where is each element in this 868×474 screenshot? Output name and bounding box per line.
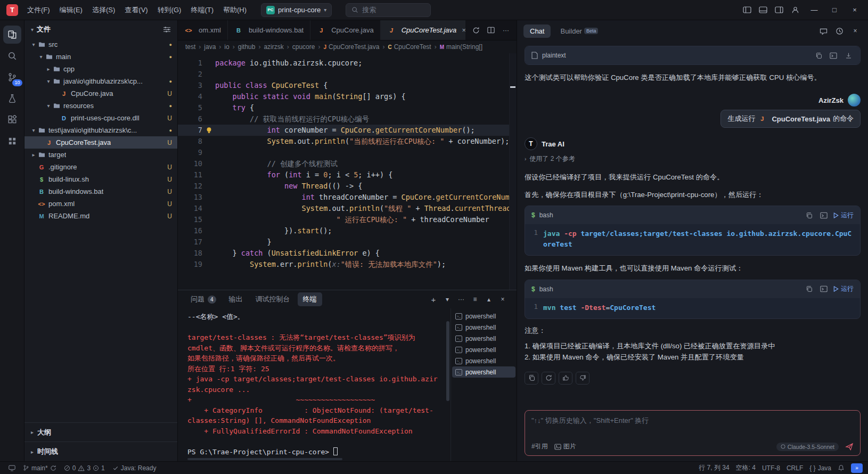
more-actions-icon[interactable]: ··· (455, 293, 468, 306)
apply-code-icon[interactable] (843, 50, 854, 61)
minimize-button[interactable]: — (805, 2, 823, 18)
code-line[interactable]: 3public class CpuCoreTest { (178, 80, 517, 91)
breadcrumb-item[interactable]: azirzsk (264, 43, 283, 51)
indentation[interactable]: 空格: 4 (733, 462, 759, 474)
encoding[interactable]: UTF-8 (759, 462, 783, 474)
tab-chat[interactable]: Chat (523, 24, 551, 38)
editor-tab[interactable]: JCpuCore.java (310, 20, 381, 40)
menu-item[interactable]: 文件(F) (22, 3, 55, 17)
code-line[interactable]: 19 System.err.println(x:"错误: 无法加载本地库文件")… (178, 259, 517, 270)
regenerate-icon[interactable] (542, 372, 555, 385)
more-actions-icon[interactable]: ··· (499, 24, 512, 37)
code-line[interactable]: 17 } (178, 236, 517, 248)
menu-item[interactable]: 终端(T) (186, 3, 218, 17)
menu-item[interactable]: 选择(S) (87, 3, 120, 17)
run-button[interactable]: 运行 (833, 284, 854, 293)
panel-tab-终端[interactable]: 终端 (298, 292, 322, 306)
toggle-panel-icon[interactable] (755, 3, 771, 17)
tree-item[interactable]: ▾java\io\github\azirzsk\cp...● (24, 75, 177, 87)
code-editor[interactable]: 1package io.github.azirzsk.cpucore;23pub… (178, 53, 517, 290)
breadcrumb-item[interactable]: github (238, 43, 256, 51)
code-line[interactable]: 9 (178, 147, 517, 158)
menu-item[interactable]: 编辑(E) (55, 3, 87, 17)
chat-history-icon[interactable] (833, 24, 846, 37)
terminal-scrollbar-horizontal[interactable] (187, 458, 342, 460)
maximize-panel-icon[interactable]: ▴ (482, 293, 495, 306)
insert-into-terminal-icon[interactable] (828, 50, 839, 61)
tree-item[interactable]: ▾src● (24, 38, 177, 51)
copy-message-icon[interactable] (525, 372, 538, 385)
terminal-line[interactable]: 所在位置 行:1 字符: 25 (187, 364, 443, 374)
close-tab-icon[interactable]: × (462, 26, 465, 34)
menu-item[interactable]: 帮助(H) (218, 3, 251, 17)
timeline-section[interactable]: ▸时间线 (24, 442, 177, 461)
terminal-session[interactable]: >_powershell (452, 366, 515, 378)
problems-status[interactable]: 0 3 1 (61, 462, 108, 474)
references-toggle[interactable]: › 使用了 2 个参考 (525, 154, 861, 164)
global-search[interactable]: 搜索 (346, 3, 431, 17)
split-editor-icon[interactable] (485, 24, 497, 37)
model-selector[interactable]: Claude-3.5-Sonnet (776, 443, 839, 451)
send-button[interactable] (845, 443, 854, 451)
code-line[interactable]: 16 }).start(); (178, 225, 517, 236)
terminal-line[interactable]: zsk.cpucore ... (187, 385, 443, 395)
code-line[interactable]: 8 System.out.println("当前线程运行在CPU核心: " + … (178, 136, 517, 147)
minimap[interactable] (509, 53, 517, 290)
code-line[interactable]: 18 } catch (UnsatisfiedLinkError e) { (178, 248, 517, 259)
close-chat-icon[interactable]: × (849, 24, 862, 37)
reference-button[interactable]: #引用 (531, 442, 548, 451)
trae-badge[interactable]: » (851, 463, 863, 473)
breadcrumb-item[interactable]: java (204, 43, 216, 51)
terminal-line[interactable]: --<名称> <值>。 (187, 312, 443, 322)
copy-icon[interactable] (804, 210, 814, 220)
terminal-line[interactable]: 如果包括路径，请确保路径正确，然后再试一次。 (187, 353, 443, 364)
code-line[interactable]: 12 new Thread(() -> { (178, 181, 517, 192)
code-line[interactable]: 14 System.out.println("线程 " + Thread.cur… (178, 203, 517, 214)
terminal-output[interactable]: --<名称> <值>。target/test-classes : 无法将“tar… (178, 308, 445, 461)
terminal-line[interactable] (187, 436, 443, 447)
search-sidebar-icon[interactable] (3, 47, 21, 65)
terminal-line[interactable]: + java -cp target/classes;target/test-cl… (187, 374, 443, 385)
breadcrumb-item[interactable]: cpucore (292, 43, 315, 51)
code-line[interactable]: 15 " 运行在CPU核心: " + threadCoreNumber (178, 214, 517, 225)
code-line[interactable]: 2 (178, 69, 517, 80)
outline-section[interactable]: ▸大纲 (24, 423, 177, 442)
code-line[interactable]: 5 try { (178, 102, 517, 113)
terminal-session[interactable]: >_powershell (452, 333, 515, 344)
code-line[interactable]: mvn test -Dtest=CpuCoreTest (543, 303, 854, 313)
menu-item[interactable]: 转到(G) (153, 3, 186, 17)
extensions-icon[interactable] (3, 111, 21, 129)
toggle-sidebar-icon[interactable] (739, 3, 755, 17)
tree-item[interactable]: ▾test\java\io\github\azirzsk\c...● (24, 124, 177, 136)
cursor-position[interactable]: 行 7, 列 34 (695, 462, 732, 474)
tree-item[interactable]: ▾main● (24, 51, 177, 63)
terminal-line[interactable]: + FullyQualifiedErrorId : CommandNotFoun… (187, 426, 443, 437)
terminal-session[interactable]: >_powershell (452, 355, 515, 366)
project-selector[interactable]: PC print-cpu-core ▾ (261, 3, 332, 17)
code-line[interactable]: 4 public static void main(String[] args)… (178, 91, 517, 102)
compare-changes-icon[interactable] (470, 24, 482, 37)
terminal-profile-dropdown-icon[interactable]: ▾ (441, 293, 454, 306)
explorer-icon[interactable] (3, 26, 21, 44)
insert-into-terminal-icon[interactable] (818, 284, 829, 295)
panel-tab-问题[interactable]: 问题4 (185, 292, 222, 306)
remote-indicator[interactable] (5, 462, 19, 474)
panel-tab-输出[interactable]: 输出 (224, 292, 248, 306)
panel-layout-icon[interactable]: ≡ (469, 293, 481, 306)
code-line[interactable]: 1package io.github.azirzsk.cpucore; (178, 58, 517, 69)
tree-item[interactable]: Bbuild-windows.batU (24, 185, 177, 198)
terminal-line[interactable]: target/test-classes : 无法将“target/test-cl… (187, 332, 443, 343)
terminal-scrollbar-vertical[interactable] (445, 308, 451, 461)
apps-grid-icon[interactable] (3, 132, 21, 150)
tree-item[interactable]: $build-linux.shU (24, 173, 177, 185)
tree-item[interactable]: G.gitignoreU (24, 161, 177, 173)
breadcrumb-item[interactable]: io (224, 43, 229, 51)
tree-item[interactable]: Dprint-uses-cpu-core.dllU (24, 112, 177, 124)
terminal-line[interactable]: + CategoryInfo : ObjectNotFound: (target… (187, 405, 443, 416)
maximize-button[interactable]: □ (825, 2, 844, 18)
chat-input[interactable] (531, 416, 854, 439)
open-chat-window-icon[interactable] (817, 24, 830, 37)
tree-item[interactable]: <>pom.xmlU (24, 198, 177, 210)
insert-into-terminal-icon[interactable] (818, 210, 829, 220)
notifications-bell-icon[interactable] (834, 462, 848, 474)
